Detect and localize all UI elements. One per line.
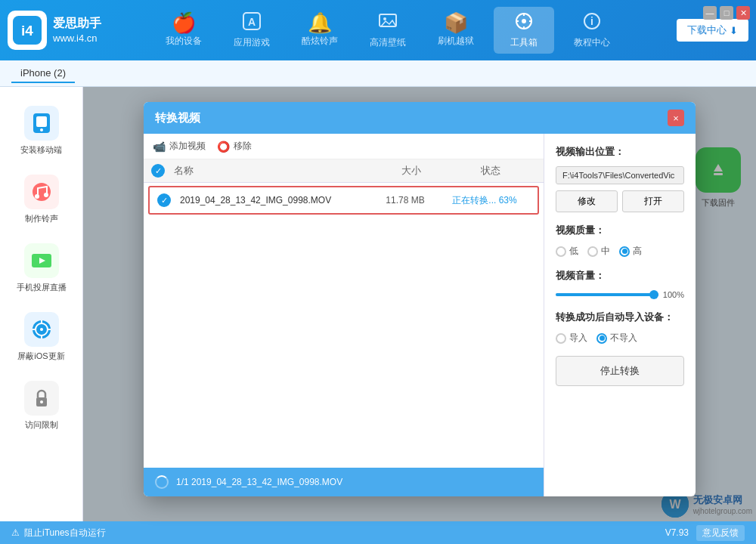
feedback-button[interactable]: 意见反馈 xyxy=(696,525,745,541)
nav-my-device[interactable]: 🍎 我的设备 xyxy=(153,8,214,52)
progress-bar-area: 1/1 2019_04_28_13_42_IMG_0998.MOV xyxy=(144,468,544,496)
my-device-icon: 🍎 xyxy=(172,13,196,32)
jailbreak-icon: 📦 xyxy=(444,13,468,32)
convert-video-dialog: 转换视频 × 📹 添加视频 ⭕ xyxy=(144,102,696,496)
itunes-warning-text: 阻止iTunes自动运行 xyxy=(24,527,106,539)
quality-high[interactable]: 高 xyxy=(619,245,642,258)
remove-icon: ⭕ xyxy=(217,141,230,153)
import-yes[interactable]: 导入 xyxy=(556,332,587,345)
header-name: 名称 xyxy=(174,164,377,178)
maximize-button[interactable]: □ xyxy=(720,6,733,20)
add-video-button[interactable]: 📹 添加视频 xyxy=(153,140,206,153)
nav-jailbreak[interactable]: 📦 刷机越狱 xyxy=(426,8,486,52)
brand-url: www.i4.cn xyxy=(53,32,101,45)
quality-mid-label: 中 xyxy=(601,245,610,258)
nav-wallpaper[interactable]: 高清壁纸 xyxy=(358,7,418,54)
add-video-icon: 📹 xyxy=(153,141,166,153)
sidebar-item-screen-live[interactable]: 手机投屏直播 xyxy=(8,236,76,301)
svg-point-24 xyxy=(40,328,43,331)
sidebar-item-block-ios[interactable]: 屏蔽iOS更新 xyxy=(8,304,76,369)
quality-section: 视频质量： 低 中 xyxy=(556,224,684,258)
nav-tutorials[interactable]: i 教程中心 xyxy=(562,7,622,54)
toolbox-icon xyxy=(514,11,534,34)
window-controls: — □ ✕ xyxy=(703,6,750,20)
nav-ringtone[interactable]: 🔔 酷炫铃声 xyxy=(290,8,350,52)
dialog-close-button[interactable]: × xyxy=(668,110,684,126)
svg-point-16 xyxy=(40,128,43,131)
volume-section: 视频音量： 100% xyxy=(556,269,684,299)
stop-convert-button[interactable]: 停止转换 xyxy=(556,356,684,386)
dialog-title-bar: 转换视频 × xyxy=(144,102,696,134)
device-tab-iphone[interactable]: iPhone (2) xyxy=(11,64,75,83)
svg-point-30 xyxy=(40,400,43,403)
nav-jailbreak-label: 刷机越狱 xyxy=(438,35,474,48)
sidebar-block-ios-label: 屏蔽iOS更新 xyxy=(17,351,64,362)
output-path-display: F:\i4Tools7\Files\ConvertedVic xyxy=(556,166,684,184)
sidebar-item-install-app[interactable]: 安装移动端 xyxy=(8,98,76,163)
volume-fill xyxy=(556,293,658,296)
path-buttons: 修改 打开 xyxy=(556,190,684,212)
quality-low-label: 低 xyxy=(569,245,578,258)
file-table: ✓ 名称 大小 状态 ✓ 2019_04_ xyxy=(144,159,544,468)
volume-thumb[interactable] xyxy=(649,290,658,299)
screen-live-icon xyxy=(24,243,59,278)
dialog-title: 转换视频 xyxy=(155,111,200,125)
add-video-label: 添加视频 xyxy=(169,140,206,153)
sidebar: 安装移动端 制作铃声 手机投屏直播 屏蔽iOS更新 访问限制 xyxy=(0,87,83,521)
open-path-button[interactable]: 打开 xyxy=(622,190,684,212)
quality-low[interactable]: 低 xyxy=(556,245,578,258)
row-filestatus: 正在转换... 63% xyxy=(439,194,530,207)
nav-ringtone-label: 酷炫铃声 xyxy=(302,35,338,48)
sidebar-item-ringtone[interactable]: 制作铃声 xyxy=(8,167,76,232)
minimize-button[interactable]: — xyxy=(703,6,717,20)
nav-toolbox[interactable]: 工具箱 xyxy=(494,7,554,54)
dialog-body: 📹 添加视频 ⭕ 移除 ✓ xyxy=(144,134,696,496)
volume-label: 视频音量： xyxy=(556,269,684,283)
remove-video-button[interactable]: ⭕ 移除 xyxy=(217,140,252,153)
output-label: 视频输出位置： xyxy=(556,145,684,159)
device-tab-label: iPhone (2) xyxy=(20,67,66,79)
logo-area: i4 爱思助手 www.i4.cn xyxy=(8,11,106,50)
import-no-label: 不导入 xyxy=(610,332,637,345)
close-button[interactable]: ✕ xyxy=(736,6,750,20)
device-bar: iPhone (2) xyxy=(0,60,756,87)
ringtone-sidebar-icon xyxy=(24,175,59,209)
import-no-radio xyxy=(596,333,607,344)
nav-tutorials-label: 教程中心 xyxy=(574,36,610,49)
itunes-warning-icon: ⚠ xyxy=(11,527,20,538)
logo-text: 爱思助手 www.i4.cn xyxy=(53,15,101,46)
nav-app-game-label: 应用游戏 xyxy=(234,36,270,49)
modify-path-button[interactable]: 修改 xyxy=(556,190,618,212)
version-text: V7.93 xyxy=(665,527,689,538)
download-center-button[interactable]: 下载中心 ⬇ xyxy=(677,19,748,42)
sidebar-install-app-label: 安装移动端 xyxy=(20,144,62,156)
import-no[interactable]: 不导入 xyxy=(596,332,637,345)
app-game-icon: A xyxy=(242,11,262,34)
download-center-label: 下载中心 xyxy=(687,23,727,37)
sidebar-ringtone-label: 制作铃声 xyxy=(25,213,58,224)
bottom-bar: ⚠ 阻止iTunes自动运行 V7.93 意见反馈 xyxy=(0,521,756,544)
import-yes-label: 导入 xyxy=(569,332,587,345)
file-table-header: ✓ 名称 大小 状态 xyxy=(144,159,544,183)
app-logo-icon: i4 xyxy=(8,11,47,50)
volume-slider[interactable] xyxy=(556,293,658,296)
sidebar-item-restrictions[interactable]: 访问限制 xyxy=(8,373,76,438)
table-row[interactable]: ✓ 2019_04_28_13_42_IMG_0998.MOV 11.78 MB… xyxy=(148,186,539,215)
checked-circle-icon: ✓ xyxy=(157,193,171,207)
header-check: ✓ xyxy=(151,164,174,178)
row-filesize: 11.78 MB xyxy=(371,195,439,206)
header-size: 大小 xyxy=(377,164,445,178)
row-check: ✓ xyxy=(157,193,180,207)
quality-high-label: 高 xyxy=(633,245,642,258)
svg-point-11 xyxy=(522,19,526,23)
svg-point-19 xyxy=(44,193,48,197)
quality-low-radio xyxy=(556,246,566,257)
volume-row: 100% xyxy=(556,290,684,299)
nav-app-game[interactable]: A 应用游戏 xyxy=(222,7,282,54)
wallpaper-icon xyxy=(378,11,398,34)
remove-label: 移除 xyxy=(234,140,252,153)
top-right: 下载中心 ⬇ xyxy=(677,19,748,42)
quality-mid[interactable]: 中 xyxy=(587,245,610,258)
nav-items: 🍎 我的设备 A 应用游戏 🔔 酷炫铃声 高清壁纸 📦 刷机越狱 xyxy=(106,7,669,54)
svg-rect-15 xyxy=(36,116,47,127)
